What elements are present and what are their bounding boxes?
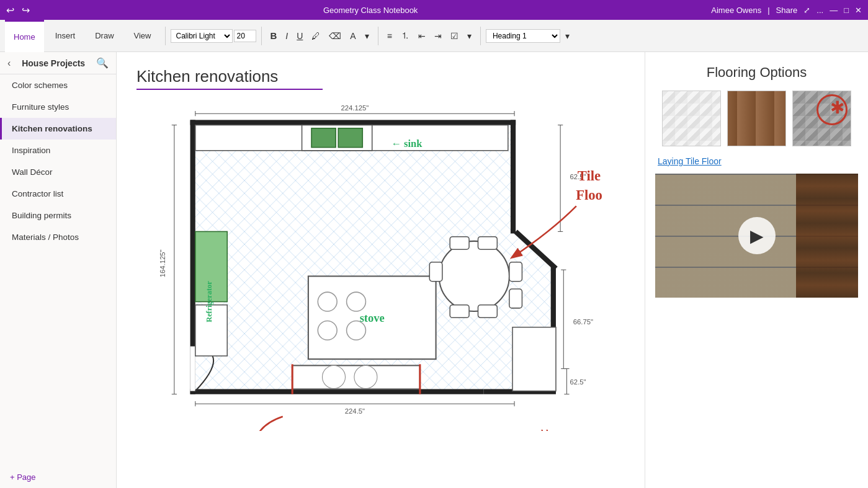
main-content: 224.125" 62.5" 66.75" 62.5" 164.125" 224… [117,52,645,488]
minimize-button[interactable]: — [830,6,838,15]
svg-rect-26 [509,289,522,308]
red-star-annotation: ✱ [830,97,844,118]
close-button[interactable]: ✕ [855,6,862,15]
right-panel: Flooring Options ✱ Laying Tile Floor ▶ [645,52,868,488]
format-button[interactable]: A [346,29,359,43]
floorplan-area: 224.125" 62.5" 66.75" 62.5" 164.125" 224… [136,102,602,450]
svg-rect-24 [478,237,497,250]
tab-home[interactable]: Home [5,20,44,52]
eraser-button[interactable]: ⌫ [325,29,345,43]
tile-floor-image[interactable]: ✱ [792,91,851,146]
svg-text:we could: we could [515,428,548,431]
svg-text:224.5": 224.5" [345,407,365,415]
sidebar-item-materials-photos[interactable]: Materials / Photos [0,226,116,248]
titlebar-separator: | [767,6,769,15]
svg-text:← sink: ← sink [391,138,423,149]
sidebar-item-color-schemes[interactable]: Color schemes [0,74,116,96]
toolbar: Home Insert Draw View Calibri Light B I … [0,20,868,52]
sidebar-header: ‹ House Projects 🔍 [0,52,116,74]
svg-text:66.75": 66.75" [573,318,593,326]
wood-floor-image[interactable] [727,91,786,146]
svg-text:164.125": 164.125" [159,249,166,277]
undo-button[interactable]: ↩ [6,4,14,16]
tab-draw[interactable]: Draw [86,20,122,52]
svg-point-32 [354,365,377,388]
sidebar-item-building-permits[interactable]: Building permits [0,205,116,226]
numbered-list-button[interactable]: ⒈ [397,28,413,44]
titlebar-left: ↩ ↪ [6,4,30,16]
svg-rect-6 [511,120,516,233]
svg-rect-5 [190,389,484,394]
sidebar-item-furniture-styles[interactable]: Furniture styles [0,96,116,118]
sidebar-item-wall-decor[interactable]: Wall Décor [0,161,116,183]
svg-text:stove: stove [360,312,385,324]
svg-rect-27 [450,305,469,318]
flooring-images: ✱ [655,91,858,146]
titlebar: ↩ ↪ Geometry Class Notebook Aimee Owens … [0,0,868,20]
svg-point-22 [439,241,509,311]
highlight-button[interactable]: 🖊 [308,29,324,43]
bold-button[interactable]: B [267,28,281,43]
toolbar-sep2 [261,27,262,45]
svg-rect-3 [190,120,516,125]
svg-rect-10 [190,347,195,391]
toolbar-sep4 [480,27,481,45]
format-more[interactable]: ▾ [361,29,373,43]
svg-rect-23 [450,237,469,250]
format-group: B I U 🖊 ⌫ A ▾ [267,28,373,43]
indent-decrease-button[interactable]: ⇤ [414,29,429,43]
video-play-button[interactable]: ▶ [738,217,776,254]
style-group: Heading 1 ▾ [486,29,573,43]
list-group: ≡ ⒈ ⇤ ⇥ ☑ ▾ [383,28,475,44]
marble-floor-image[interactable] [662,91,721,146]
sidebar-item-inspiration[interactable]: Inspiration [0,140,116,161]
more-button[interactable]: ... [817,6,823,15]
svg-rect-35 [512,327,556,391]
italic-button[interactable]: I [282,29,292,43]
laying-tile-link[interactable]: Laying Tile Floor [658,156,858,166]
expand-button[interactable]: ⤢ [803,6,810,15]
heading-more[interactable]: ▾ [562,29,573,43]
svg-rect-13 [311,128,336,148]
svg-text:Refrigerator: Refrigerator [205,281,213,322]
flooring-options-title: Flooring Options [655,64,858,81]
underline-button[interactable]: U [293,29,306,43]
redo-button[interactable]: ↪ [22,4,30,16]
sidebar-item-contractor-list[interactable]: Contractor list [0,183,116,205]
svg-text:224.125": 224.125" [341,104,369,112]
sidebar-notebook-title: House Projects [22,58,85,68]
tab-insert[interactable]: Insert [47,20,84,52]
indent-increase-button[interactable]: ⇥ [431,29,445,43]
heading-select[interactable]: Heading 1 [486,29,560,43]
user-info: Aimee Owens | Share ⤢ ... — □ ✕ [711,6,862,15]
svg-point-31 [322,365,345,388]
svg-rect-14 [338,128,362,148]
svg-text:Floor: Floor [576,187,602,203]
video-wood-overlay [796,174,858,298]
toolbar-sep3 [378,27,378,45]
font-size-input[interactable] [234,30,256,42]
svg-text:62.5": 62.5" [570,378,586,386]
svg-rect-25 [509,262,522,282]
checkbox-button[interactable]: ☑ [447,29,462,43]
user-name: Aimee Owens [711,6,761,15]
tab-view[interactable]: View [125,20,160,52]
video-thumbnail[interactable]: ▶ [655,174,858,298]
sidebar-search-button[interactable]: 🔍 [96,57,109,69]
floorplan-svg: 224.125" 62.5" 66.75" 62.5" 164.125" 224… [155,102,602,431]
sidebar-item-kitchen-renovations[interactable]: Kitchen renovations [0,118,116,140]
list-more[interactable]: ▾ [463,29,475,43]
toolbar-separator [165,27,166,45]
maximize-button[interactable]: □ [844,6,849,15]
font-family-select[interactable]: Calibri Light [171,29,233,43]
page-title[interactable] [136,67,323,90]
font-group: Calibri Light [171,29,256,43]
svg-rect-29 [429,262,442,282]
sidebar-back-button[interactable]: ‹ [7,58,11,69]
svg-text:Tile: Tile [578,168,601,184]
share-button[interactable]: Share [776,6,798,15]
add-page-button[interactable]: + Page [0,466,116,488]
bullet-list-button[interactable]: ≡ [383,29,396,43]
sidebar: ‹ House Projects 🔍 Color schemes Furnitu… [0,52,117,488]
svg-rect-28 [478,305,497,318]
